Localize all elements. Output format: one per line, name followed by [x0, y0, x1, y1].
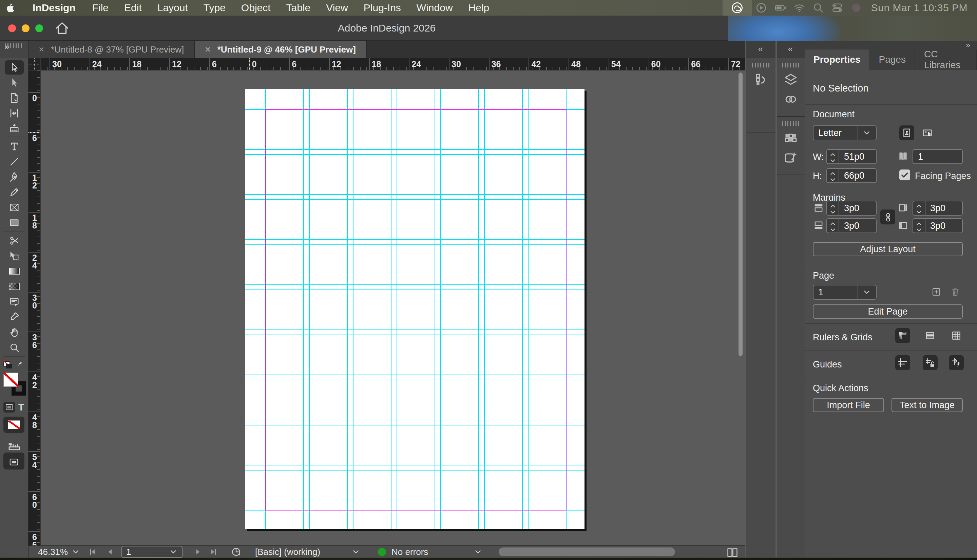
toolbar-grip[interactable] [5, 43, 24, 48]
portrait-orientation-button[interactable] [899, 125, 914, 140]
apply-none-button[interactable] [3, 417, 24, 433]
line-tool[interactable] [5, 155, 24, 169]
row-guide[interactable] [245, 330, 585, 330]
row-guide[interactable] [245, 149, 585, 150]
strip-grip[interactable] [752, 63, 770, 67]
swatches-panel-icon[interactable] [783, 130, 798, 145]
play-circle-icon[interactable] [755, 2, 767, 14]
rectangle-tool[interactable] [5, 216, 24, 230]
chevron-up-icon[interactable] [829, 202, 837, 208]
menu-item-type[interactable]: Type [196, 2, 234, 13]
landscape-orientation-button[interactable] [920, 125, 935, 140]
menu-item-file[interactable]: File [85, 2, 116, 13]
view-options-icon[interactable] [7, 439, 21, 448]
document-page[interactable] [245, 89, 585, 529]
height-field[interactable]: 66p0 [838, 168, 877, 183]
menu-item-edit[interactable]: Edit [116, 2, 150, 13]
row-guide[interactable] [245, 199, 585, 200]
close-tab-icon[interactable]: × [39, 44, 44, 55]
margin-guide-horizontal[interactable] [265, 109, 566, 110]
battery-icon[interactable] [774, 2, 787, 14]
margin-bottom-stepper[interactable] [827, 218, 838, 233]
row-guide[interactable] [245, 470, 585, 470]
errors-chevron-icon[interactable] [474, 546, 483, 558]
menu-item-view[interactable]: View [318, 2, 356, 13]
page-size-dropdown[interactable]: Letter [813, 125, 877, 140]
chevron-down-icon[interactable] [862, 128, 871, 137]
row-guide[interactable] [245, 465, 585, 465]
document-tab-active[interactable]: ×*Untitled-9 @ 46% [GPU Preview] [195, 41, 367, 58]
type-tool[interactable] [5, 139, 24, 153]
pages-count-field[interactable]: 1 [912, 149, 963, 164]
document-tab[interactable]: ×*Untitled-8 @ 37% [GPU Preview] [28, 41, 195, 58]
import-file-button[interactable]: Import File [813, 398, 884, 412]
chevron-down-icon[interactable] [829, 176, 837, 182]
height-stepper[interactable] [827, 168, 838, 183]
margin-top-stepper[interactable] [827, 201, 838, 216]
chevron-down-icon[interactable] [829, 157, 837, 162]
margin-outside-field[interactable]: 3p0 [925, 218, 963, 233]
vertical-ruler[interactable]: 061 21 82 43 03 64 24 85 46 06 6 [28, 70, 41, 545]
direct-selection-tool[interactable] [5, 76, 24, 90]
smart-guides-button[interactable] [949, 355, 964, 370]
chevron-up-icon[interactable] [915, 202, 923, 208]
zoom-chevron-icon[interactable] [71, 546, 80, 558]
row-guide[interactable] [245, 420, 585, 420]
fill-stroke-indicator[interactable] [3, 373, 27, 397]
margin-top-field[interactable]: 3p0 [838, 201, 877, 216]
gradient-swatch-tool[interactable] [5, 264, 24, 278]
margin-inside-field[interactable]: 3p0 [925, 201, 963, 216]
show-rulers-button[interactable] [895, 328, 910, 343]
chevron-up-icon[interactable] [829, 151, 837, 156]
chevron-down-icon[interactable] [351, 547, 360, 556]
home-icon[interactable] [54, 20, 70, 36]
menu-item-plug-ins[interactable]: Plug-Ins [356, 2, 409, 13]
last-page-button[interactable] [209, 546, 218, 558]
close-window-button[interactable] [8, 24, 16, 32]
history-panel-icon[interactable] [753, 72, 768, 87]
chevron-up-icon[interactable] [915, 220, 923, 225]
previous-page-button[interactable] [106, 546, 115, 558]
pencil-tool[interactable] [5, 185, 24, 199]
document-grid-button[interactable] [949, 328, 964, 343]
chevron-down-icon[interactable] [829, 226, 837, 232]
menu-item-object[interactable]: Object [234, 2, 279, 13]
first-page-button[interactable] [88, 546, 97, 558]
menu-item-layout[interactable]: Layout [150, 2, 196, 13]
add-page-icon[interactable] [931, 287, 941, 297]
zoom-level[interactable]: 46.31% [38, 546, 68, 558]
edit-page-button[interactable]: Edit Page [813, 304, 963, 318]
margin-bottom-field[interactable]: 3p0 [838, 218, 877, 233]
row-guide[interactable] [245, 239, 585, 240]
chevron-up-icon[interactable] [829, 220, 837, 225]
chevron-down-icon[interactable] [829, 208, 837, 214]
chevron-down-icon[interactable] [169, 547, 178, 556]
margin-guide-vertical[interactable] [566, 109, 566, 510]
split-view-icon[interactable] [726, 546, 738, 558]
scissors-tool[interactable] [5, 233, 24, 248]
width-stepper[interactable] [827, 149, 838, 164]
pen-tool[interactable] [5, 170, 24, 184]
rectangle-frame-tool[interactable] [5, 200, 24, 215]
show-guides-button[interactable] [895, 355, 910, 370]
ruler-origin-box[interactable] [28, 58, 41, 70]
chevron-down-icon[interactable] [915, 226, 923, 232]
panel-strip-a-collapse[interactable]: « [747, 41, 775, 58]
adjust-layout-button[interactable]: Adjust Layout [813, 242, 963, 256]
row-guide[interactable] [245, 284, 585, 285]
apple-menu-icon[interactable] [5, 2, 16, 13]
eyedropper-tool[interactable] [5, 310, 24, 324]
page-number-dropdown[interactable]: 1 [813, 285, 877, 300]
links-panel-icon[interactable] [783, 92, 798, 107]
siri-icon[interactable] [850, 2, 862, 14]
page-number-dropdown-status[interactable]: 1 [122, 546, 182, 558]
hand-tool[interactable] [5, 325, 24, 339]
width-field[interactable]: 51p0 [838, 149, 877, 164]
row-guide[interactable] [245, 335, 585, 335]
panel-tab-properties[interactable]: Properties [805, 50, 870, 70]
next-page-button[interactable] [194, 546, 202, 558]
menu-item-indesign[interactable]: InDesign [24, 2, 85, 13]
strip-grip[interactable] [782, 63, 800, 67]
menu-bar-clock[interactable]: Sun Mar 1 10:35 PM [866, 2, 977, 13]
zoom-window-button[interactable] [35, 24, 43, 32]
